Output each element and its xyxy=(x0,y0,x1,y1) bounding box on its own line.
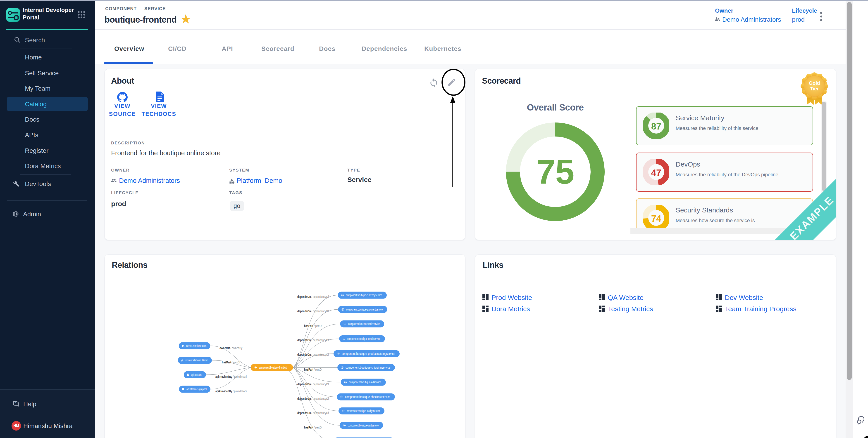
svg-text:Demo Administrators: Demo Administrators xyxy=(186,344,206,347)
svg-text:hasPart / partOf: hasPart / partOf xyxy=(304,324,322,328)
svg-text:hasPart / partOf: hasPart / partOf xyxy=(304,368,322,371)
svg-text:dependsOn / dependencyOf: dependsOn / dependencyOf xyxy=(297,353,329,357)
svg-text:ownerOf / ownedBy: ownerOf / ownedBy xyxy=(219,346,242,350)
svg-text:?: ? xyxy=(15,401,16,404)
svg-text:component:boutique-shippingser: component:boutique-shippingservice xyxy=(345,366,390,369)
svg-text:dependsOn / dependencyOf: dependsOn / dependencyOf xyxy=(297,338,329,342)
svg-text:component:boutique-paymentserv: component:boutique-paymentservice xyxy=(346,308,383,311)
svg-text:api:petstore: api:petstore xyxy=(191,373,202,376)
svg-text:component:boutique-productcata: component:boutique-productcatalogservice xyxy=(342,352,395,356)
svg-text:api:starwars-graphql: api:starwars-graphql xyxy=(186,388,207,391)
svg-text:system:Platform_Demo: system:Platform_Demo xyxy=(185,359,208,362)
svg-text:component:boutique-redisservic: component:boutique-redisservice xyxy=(348,322,380,326)
svg-text:component:boutique-loadgenerat: component:boutique-loadgenerator xyxy=(347,409,380,413)
svg-text:apiProvidedBy / providesApi: apiProvidedBy / providesApi xyxy=(215,390,247,393)
svg-text:dependsOn / dependencyOf: dependsOn / dependencyOf xyxy=(297,309,329,313)
svg-text:component:boutique-cartservice: component:boutique-cartservice xyxy=(348,424,378,427)
svg-text:dependsOn / dependencyOf: dependsOn / dependencyOf xyxy=(297,397,329,401)
svg-text:dependsOn / dependencyOf: dependsOn / dependencyOf xyxy=(297,411,329,415)
svg-text:component:boutique-frontend: component:boutique-frontend xyxy=(259,366,287,369)
svg-text:component:boutique-currencyser: component:boutique-currencyservice xyxy=(346,293,382,297)
svg-text:apiProvidedBy / providesApi: apiProvidedBy / providesApi xyxy=(215,375,247,378)
svg-text:component:boutique-adservice: component:boutique-adservice xyxy=(349,380,381,384)
svg-text:component:boutique-emailservic: component:boutique-emailservice xyxy=(347,337,380,341)
svg-text:hasPart / partOf: hasPart / partOf xyxy=(304,426,322,429)
svg-text:dependsOn / dependencyOf: dependsOn / dependencyOf xyxy=(297,295,329,299)
svg-text:component:boutique-checkoutser: component:boutique-checkoutservice xyxy=(345,395,390,399)
svg-text:hasPart / partOf: hasPart / partOf xyxy=(222,361,240,364)
svg-text:dependsOn / dependencyOf: dependsOn / dependencyOf xyxy=(297,382,329,386)
